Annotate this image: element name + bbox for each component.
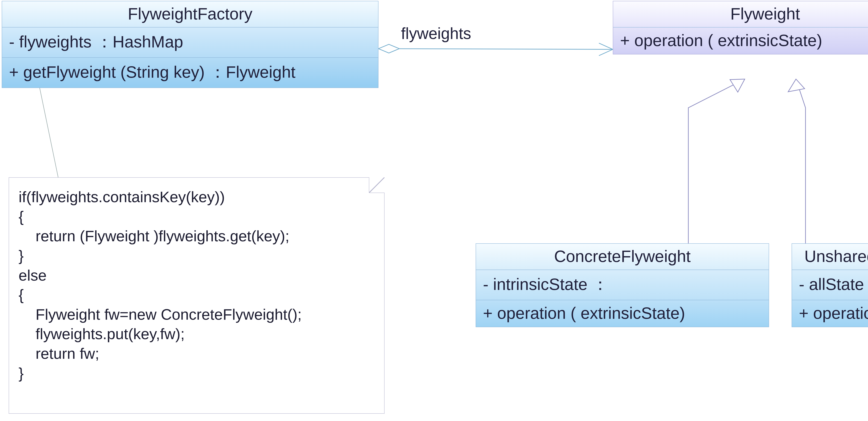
class-unsharedconcreteflyweight: UnsharedConcreteFlyweight - allState ： +… [792, 243, 868, 327]
class-concreteflyweight: ConcreteFlyweight - intrinsicState ： + o… [476, 243, 769, 327]
svg-marker-3 [788, 79, 805, 92]
aggregation-flyweightfactory-flyweight [378, 43, 613, 56]
class-title: ConcreteFlyweight [476, 244, 769, 270]
class-operation: + getFlyweight (String key) ：Flyweight [2, 58, 378, 88]
class-operation: + operation ( extrinsicState) [613, 27, 868, 54]
class-flyweightfactory: FlyweightFactory - flyweights ：HashMap +… [2, 1, 378, 88]
note-anchor-line [37, 77, 58, 177]
class-operation: + operation ( extrinsicState) [792, 300, 868, 327]
class-title: UnsharedConcreteFlyweight [792, 244, 868, 270]
generalization-unshared-flyweight [788, 79, 806, 243]
class-title: Flyweight [613, 1, 868, 27]
class-flyweight: Flyweight + operation ( extrinsicState) [613, 1, 868, 54]
code-note: if(flyweights.containsKey(key)) { return… [9, 177, 384, 414]
class-attribute: - allState ： [792, 270, 868, 300]
association-label: flyweights [401, 24, 471, 43]
class-attribute: - intrinsicState ： [476, 270, 769, 300]
generalization-concrete-flyweight [688, 79, 745, 243]
class-operation: + operation ( extrinsicState) [476, 300, 769, 327]
class-title: FlyweightFactory [2, 1, 378, 27]
class-attribute: - flyweights ：HashMap [2, 27, 378, 58]
svg-line-0 [389, 49, 613, 49]
svg-marker-1 [378, 44, 399, 53]
svg-marker-2 [730, 79, 745, 92]
